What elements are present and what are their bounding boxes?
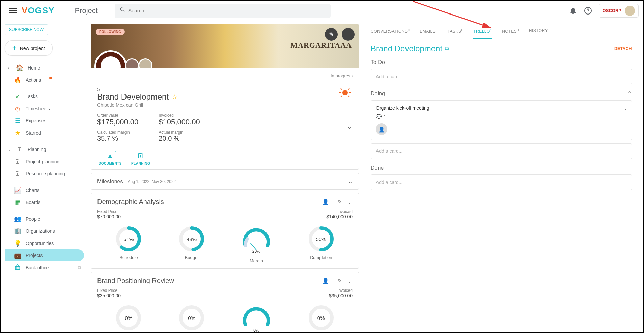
nav-actions[interactable]: 🔥Actions bbox=[5, 74, 84, 86]
project-company: Chipotle Mexican Grill bbox=[97, 102, 353, 108]
actual-margin: 20.0 % bbox=[159, 135, 200, 142]
search-box[interactable] bbox=[115, 4, 331, 18]
sun-icon bbox=[338, 86, 352, 100]
chevron-up-icon[interactable]: ⌃ bbox=[627, 90, 632, 97]
new-project-button[interactable]: + New project bbox=[5, 40, 53, 56]
more-icon[interactable]: ⋮ bbox=[347, 278, 353, 284]
add-card-done[interactable]: Add a card... bbox=[371, 174, 632, 190]
nav-charts[interactable]: 📈Charts bbox=[5, 184, 84, 196]
comment-icon: 💬 bbox=[376, 114, 382, 119]
help-icon[interactable] bbox=[584, 7, 592, 15]
org-switcher[interactable]: OSCORP bbox=[599, 4, 639, 18]
right-panel: CONVERSATIONS0 EMAILS0 TASKS0 TRELLO1 NO… bbox=[364, 24, 639, 332]
svg-line-11 bbox=[348, 88, 349, 90]
company-logo bbox=[94, 50, 127, 68]
logo[interactable]: VOGSY bbox=[22, 5, 54, 16]
project-title: Brand Development bbox=[97, 92, 169, 102]
svg-line-10 bbox=[341, 96, 342, 97]
detach-button[interactable]: DETACH bbox=[614, 46, 632, 51]
list-done[interactable]: Done bbox=[371, 165, 632, 171]
card-menu-icon[interactable]: ⋮ bbox=[623, 105, 628, 111]
topbar: VOGSY Project OSCORP bbox=[1, 1, 643, 20]
tab-history[interactable]: HISTORY bbox=[529, 28, 548, 39]
nav-tasks[interactable]: ✓Tasks bbox=[5, 90, 84, 103]
calendar-icon: 🗓 bbox=[14, 158, 21, 165]
nav-opportunities[interactable]: 💡Opportunities bbox=[5, 237, 84, 249]
nav-projects[interactable]: 💼Projects bbox=[5, 249, 84, 261]
new-project-label: New project bbox=[20, 46, 45, 51]
trello-board-title[interactable]: Brand Development bbox=[371, 44, 442, 53]
tab-conversations[interactable]: CONVERSATIONS0 bbox=[371, 28, 410, 39]
nav-timesheets[interactable]: ◷Timesheets bbox=[5, 103, 84, 115]
edit-button[interactable]: ✎ bbox=[325, 28, 338, 41]
edit-icon[interactable]: ✎ bbox=[337, 199, 342, 205]
clock-icon: ◷ bbox=[14, 105, 21, 112]
gauge-completion: 50%Completion bbox=[308, 225, 335, 263]
page-title: Project bbox=[75, 6, 97, 15]
external-link-icon[interactable]: ⧉ bbox=[445, 46, 449, 52]
edit-icon[interactable]: ✎ bbox=[337, 278, 342, 284]
more-icon[interactable]: ⋮ bbox=[347, 199, 353, 205]
trello-card[interactable]: Organize kick-off meeting ⋮ 💬1 👤 bbox=[371, 100, 632, 140]
add-card-todo[interactable]: Add a card... bbox=[371, 69, 632, 84]
chevron-down-icon[interactable]: ⌄ bbox=[348, 178, 353, 185]
list-doing[interactable]: Doing⌃ bbox=[371, 90, 632, 97]
gauge: 0% bbox=[308, 304, 335, 332]
tab-tasks[interactable]: TASKS0 bbox=[448, 28, 463, 39]
bell-icon[interactable] bbox=[569, 7, 577, 15]
gauge-budget: 48%Budget bbox=[178, 225, 205, 263]
member-avatar[interactable] bbox=[125, 58, 139, 68]
boards-icon: ▦ bbox=[14, 199, 21, 206]
user-avatar[interactable] bbox=[625, 6, 635, 16]
nav-resource-planning[interactable]: 🗓Resource planning bbox=[5, 168, 84, 180]
section-demographic: Demographic Analysis 👤≡✎⋮ Fixed Price$70… bbox=[91, 193, 359, 269]
invoiced: $105,000.00 bbox=[159, 118, 200, 127]
member-avatar[interactable] bbox=[138, 58, 152, 68]
more-button[interactable]: ⋮ bbox=[342, 28, 355, 41]
subscribe-button[interactable]: SUBSCRIBE NOW bbox=[5, 24, 48, 35]
search-input[interactable] bbox=[128, 8, 326, 13]
chevron-down-icon: ⌄ bbox=[8, 147, 11, 152]
tab-emails[interactable]: EMAILS0 bbox=[420, 28, 438, 39]
tab-trello[interactable]: TRELLO1 bbox=[473, 28, 492, 39]
flame-icon: 🔥 bbox=[14, 77, 21, 83]
calc-margin: 35.7 % bbox=[97, 135, 138, 142]
nav-back-office[interactable]: 🏛Back office⧉ bbox=[5, 261, 84, 274]
planning-link[interactable]: 🗓PLANNING bbox=[131, 151, 150, 165]
svg-line-9 bbox=[348, 96, 349, 97]
star-icon[interactable]: ☆ bbox=[172, 93, 177, 101]
gauge: 0% bbox=[115, 304, 142, 332]
nav-project-planning[interactable]: 🗓Project planning bbox=[5, 156, 84, 168]
nav-home[interactable]: ›🏠Home bbox=[5, 62, 84, 74]
card-title: Organize kick-off meeting bbox=[376, 105, 627, 111]
nav-planning[interactable]: ⌄🗓Planning bbox=[5, 143, 84, 156]
documents-link[interactable]: ▲2DOCUMENTS bbox=[99, 151, 122, 165]
card-avatar: 👤 bbox=[376, 123, 387, 135]
section-title: Brand Positioning Review bbox=[97, 277, 174, 285]
nav-starred[interactable]: ★Starred bbox=[5, 127, 84, 139]
nav-people[interactable]: 👥People bbox=[5, 213, 84, 225]
svg-point-3 bbox=[342, 90, 348, 95]
project-card: FOLLOWING MARGARITAAA ✎ ⋮ In progress bbox=[91, 24, 359, 170]
expand-button[interactable]: ⌄ bbox=[347, 122, 353, 130]
nav-boards[interactable]: ▦Boards bbox=[5, 196, 84, 209]
sidebar: SUBSCRIBE NOW + New project ›🏠Home 🔥Acti… bbox=[1, 20, 87, 332]
assign-icon[interactable]: 👤≡ bbox=[322, 278, 332, 284]
section-title: Demographic Analysis bbox=[97, 198, 164, 206]
nav-organizations[interactable]: 🏢Organizations bbox=[5, 225, 84, 237]
drive-icon: ▲2 bbox=[107, 151, 114, 160]
add-card-doing[interactable]: Add a card... bbox=[371, 143, 632, 159]
plus-icon: + bbox=[12, 44, 17, 52]
calendar-icon: 🗓 bbox=[14, 170, 21, 177]
calendar-icon: 🗓 bbox=[16, 146, 23, 153]
milestones-card[interactable]: Milestones Aug 1, 2022–Nov 30, 2022 ⌄ bbox=[91, 173, 359, 190]
list-todo[interactable]: To Do bbox=[371, 59, 632, 65]
notification-dot bbox=[49, 77, 52, 79]
menu-icon[interactable] bbox=[9, 7, 17, 15]
tab-notes[interactable]: NOTES0 bbox=[502, 28, 519, 39]
org-label: OSCORP bbox=[603, 8, 621, 13]
chevron-right-icon: › bbox=[8, 65, 11, 70]
list-icon: ☰ bbox=[14, 117, 21, 124]
assign-icon[interactable]: 👤≡ bbox=[322, 199, 332, 205]
nav-expenses[interactable]: ☰Expenses bbox=[5, 115, 84, 127]
